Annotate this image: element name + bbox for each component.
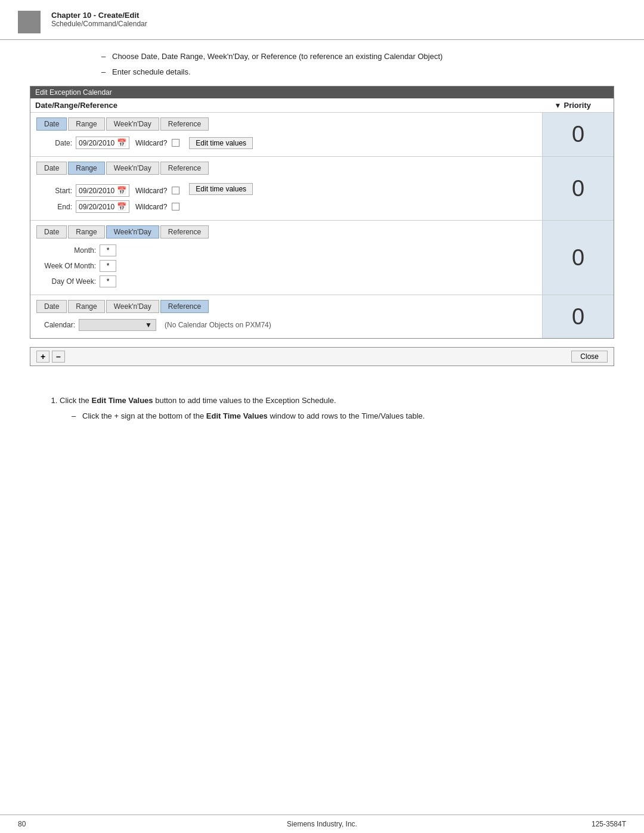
company-name: Siemens Industry, Inc. xyxy=(287,820,357,828)
start-end-fields: Start: 09/20/2010 📅 Wildcard? End: 09 xyxy=(36,181,179,213)
entry-row-2: Date Range Week'n'Day Reference Start: 0… xyxy=(30,157,614,221)
wildcard-label-1: Wildcard? xyxy=(135,139,167,147)
date-label-1: Date: xyxy=(36,139,72,147)
chapter-sub: Schedule/Command/Calendar xyxy=(51,20,147,28)
calendar-note: (No Calendar Objects on PXM74) xyxy=(165,321,271,329)
chapter-title: Chapter 10 - Create/Edit xyxy=(51,11,147,20)
tab-row-1: Date Range Week'n'Day Reference xyxy=(36,117,536,131)
end-wildcard-checkbox[interactable] xyxy=(172,203,179,210)
month-label: Month: xyxy=(36,246,96,255)
tab-weeknday-2[interactable]: Week'n'Day xyxy=(106,162,159,175)
end-calendar-icon: 📅 xyxy=(117,202,126,211)
panel-title: Edit Exception Calendar xyxy=(30,86,614,98)
start-field-row: Start: 09/20/2010 📅 Wildcard? xyxy=(36,184,179,197)
tab-row-4: Date Range Week'n'Day Reference xyxy=(36,300,536,313)
close-button[interactable]: Close xyxy=(571,351,608,363)
calendar-field-row: Calendar: ▼ (No Calendar Objects on PXM7… xyxy=(36,319,536,331)
entry-left-3: Date Range Week'n'Day Reference Month: W… xyxy=(30,221,542,295)
page-header: Chapter 10 - Create/Edit Schedule/Comman… xyxy=(0,0,644,40)
tab-date-4[interactable]: Date xyxy=(36,300,67,313)
edit-exception-calendar-panel: Edit Exception Calendar Date/Range/Refer… xyxy=(30,86,614,339)
start-wildcard-label: Wildcard? xyxy=(135,187,167,195)
week-of-month-input[interactable] xyxy=(100,260,116,272)
start-wildcard-checkbox[interactable] xyxy=(172,187,179,194)
calendar-dropdown[interactable]: ▼ xyxy=(79,319,156,331)
end-label: End: xyxy=(36,203,72,211)
tab-date-1[interactable]: Date xyxy=(36,117,67,131)
priority-3: 0 xyxy=(542,221,614,295)
step1-suffix: button to add time values to the Excepti… xyxy=(153,396,336,405)
priority-2: 0 xyxy=(542,157,614,220)
panel-header: Date/Range/Reference ▼ Priority xyxy=(30,98,614,113)
entry-row-1: Date Range Week'n'Day Reference Date: 09… xyxy=(30,113,614,157)
priority-1: 0 xyxy=(542,113,614,156)
edit-time-btn-1[interactable]: Edit time values xyxy=(189,137,253,149)
tab-reference-2[interactable]: Reference xyxy=(160,162,209,175)
step1-prefix: Click the xyxy=(60,396,91,405)
instruction-sub-1: Click the + sign at the bottom of the Ed… xyxy=(72,410,614,422)
tab-reference-3[interactable]: Reference xyxy=(160,225,209,239)
sub1-suffix: window to add rows to the Time/Values ta… xyxy=(268,411,425,420)
instructions: Click the Edit Time Values button to add… xyxy=(0,389,644,432)
intro-bullets: Choose Date, Date Range, Week'n'Day, or … xyxy=(30,51,614,78)
date-field-row-1: Date: 09/20/2010 📅 Wildcard? Edit time v… xyxy=(36,137,536,149)
week-of-month-field-row: Week Of Month: xyxy=(36,260,536,272)
sub1-bold: Edit Time Values xyxy=(206,411,268,420)
calendar-label: Calendar: xyxy=(36,321,75,329)
start-date-input[interactable]: 09/20/2010 📅 xyxy=(76,184,129,197)
month-field-row: Month: xyxy=(36,244,536,256)
instruction-step-1: Click the Edit Time Values button to add… xyxy=(60,395,614,422)
week-of-month-label: Week Of Month: xyxy=(36,262,96,270)
tab-date-2[interactable]: Date xyxy=(36,162,67,175)
tab-reference-4[interactable]: Reference xyxy=(160,300,209,313)
chapter-icon xyxy=(18,11,41,33)
month-input[interactable] xyxy=(100,244,116,256)
entry-left-4: Date Range Week'n'Day Reference Calendar… xyxy=(30,295,542,338)
tab-reference-1[interactable]: Reference xyxy=(160,117,209,131)
col-right-header: Priority xyxy=(564,101,609,110)
tab-date-3[interactable]: Date xyxy=(36,225,67,239)
tab-row-2: Date Range Week'n'Day Reference xyxy=(36,162,536,175)
tab-range-3[interactable]: Range xyxy=(68,225,104,239)
tab-range-2[interactable]: Range xyxy=(68,162,104,175)
end-wildcard-label: Wildcard? xyxy=(135,203,167,211)
day-of-week-input[interactable] xyxy=(100,275,116,287)
calendar-icon-1: 📅 xyxy=(117,138,126,147)
tab-weeknday-1[interactable]: Week'n'Day xyxy=(106,117,159,131)
start-label: Start: xyxy=(36,187,72,195)
end-date-input[interactable]: 09/20/2010 📅 xyxy=(76,200,129,213)
start-calendar-icon: 📅 xyxy=(117,186,126,195)
instruction-sub-list: Click the + sign at the bottom of the Ed… xyxy=(60,410,614,422)
main-content: Choose Date, Date Range, Week'n'Day, or … xyxy=(0,40,644,389)
intro-bullet-1: Choose Date, Date Range, Week'n'Day, or … xyxy=(101,51,614,63)
bottom-left-buttons: + – xyxy=(36,351,65,363)
tab-range-1[interactable]: Range xyxy=(68,117,104,131)
wildcard-checkbox-1[interactable] xyxy=(172,139,179,147)
priority-4: 0 xyxy=(542,295,614,338)
page-number: 80 xyxy=(18,820,26,828)
dropdown-arrow[interactable]: ▼ xyxy=(555,101,562,110)
bottom-bar: + – Close xyxy=(30,347,614,366)
day-of-week-label: Day Of Week: xyxy=(36,277,96,286)
tab-weeknday-4[interactable]: Week'n'Day xyxy=(106,300,159,313)
calendar-dropdown-arrow: ▼ xyxy=(145,321,152,329)
entry-left-2: Date Range Week'n'Day Reference Start: 0… xyxy=(30,157,542,220)
header-text: Chapter 10 - Create/Edit Schedule/Comman… xyxy=(51,11,147,28)
day-of-week-field-row: Day Of Week: xyxy=(36,275,536,287)
page-footer: 80 Siemens Industry, Inc. 125-3584T xyxy=(0,815,644,833)
add-button[interactable]: + xyxy=(36,351,49,363)
end-field-row: End: 09/20/2010 📅 Wildcard? xyxy=(36,200,179,213)
step1-bold: Edit Time Values xyxy=(91,396,153,405)
intro-bullet-2: Enter schedule details. xyxy=(101,66,614,78)
sub1-prefix: Click the + sign at the bottom of the xyxy=(82,411,206,420)
entry-row-3: Date Range Week'n'Day Reference Month: W… xyxy=(30,221,614,295)
tab-weeknday-3[interactable]: Week'n'Day xyxy=(106,225,159,239)
instruction-list: Click the Edit Time Values button to add… xyxy=(48,395,614,422)
tab-range-4[interactable]: Range xyxy=(68,300,104,313)
date-input-1[interactable]: 09/20/2010 📅 xyxy=(76,137,129,149)
entry-left-1: Date Range Week'n'Day Reference Date: 09… xyxy=(30,113,542,156)
entry-row-4: Date Range Week'n'Day Reference Calendar… xyxy=(30,295,614,338)
col-left-header: Date/Range/Reference xyxy=(35,101,555,110)
remove-button[interactable]: – xyxy=(52,351,65,363)
edit-time-btn-2[interactable]: Edit time values xyxy=(189,183,253,195)
